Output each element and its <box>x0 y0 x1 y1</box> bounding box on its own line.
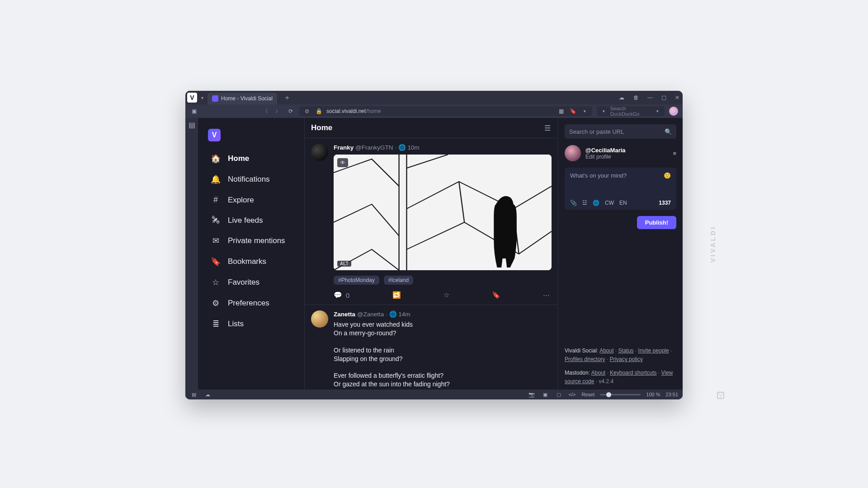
sidebar-item-bookmarks[interactable]: 🔖 Bookmarks <box>208 253 300 270</box>
reply-button[interactable]: 💬 0 <box>334 291 349 299</box>
mastodon-search-field[interactable]: Search or paste URL 🔍 <box>565 124 676 139</box>
publish-button[interactable]: Publish! <box>637 216 676 229</box>
alt-badge[interactable]: ALT <box>337 261 351 267</box>
sidebar-item-label: Favorites <box>228 278 259 287</box>
browser-search-field[interactable]: ▾ Search DuckDuckGo ▾ <box>597 106 665 116</box>
footer-about2-link[interactable]: About <box>591 370 605 376</box>
poll-icon[interactable]: ☳ <box>582 200 587 206</box>
feed-column: Home ☰ Franky @FrankyGTN · 🌐 10m <box>304 118 558 389</box>
compose-placeholder: What's on your mind? <box>570 172 627 179</box>
sync-cloud-icon[interactable]: ☁ <box>618 94 626 102</box>
nav-forward-button[interactable]: 〉 <box>274 107 282 115</box>
vivaldi-menu-button[interactable]: V <box>187 93 197 103</box>
lock-icon: 🔒 <box>315 107 323 115</box>
post-image[interactable]: 👁 ALT <box>334 155 552 270</box>
sidebar-item-label: Explore <box>228 196 254 205</box>
site-info-icon[interactable]: ⊘ <box>303 107 311 115</box>
visibility-icon[interactable]: 🌐 <box>593 200 599 206</box>
vivaldi-menu-chevron-icon[interactable]: ▾ <box>200 95 205 100</box>
new-tab-button[interactable]: ＋ <box>280 93 294 103</box>
toggle-images-icon[interactable]: ▢ <box>555 390 563 399</box>
feed-settings-icon[interactable]: ☰ <box>543 124 552 132</box>
footer-links: Vivaldi Social: About · Status · Invite … <box>565 347 676 386</box>
sidebar-item-preferences[interactable]: ⚙ Preferences <box>208 295 300 311</box>
attach-icon[interactable]: 📎 <box>570 200 577 206</box>
post-header: Zanetta @Zanetta · 🌐 14m <box>334 310 552 318</box>
profile-handle[interactable]: @CeciliaMaria <box>585 147 626 154</box>
avatar[interactable] <box>311 144 328 161</box>
nav-back-button[interactable]: 〈 <box>261 107 269 115</box>
star-icon: ☆ <box>211 277 221 287</box>
hide-media-icon[interactable]: 👁 <box>337 158 348 167</box>
post-header: Franky @FrankyGTN · 🌐 10m <box>334 144 552 151</box>
bookmark-button[interactable]: 🔖 <box>492 291 500 299</box>
qr-icon[interactable]: ▦ <box>557 107 565 115</box>
panel-icon[interactable]: ▤ <box>188 121 196 129</box>
reload-button[interactable]: ⟳ <box>287 107 295 115</box>
sidebar-item-label: Bookmarks <box>228 257 266 266</box>
tiling-icon[interactable]: ▣ <box>541 390 549 399</box>
footer-kbd-link[interactable]: Keyboard shortcuts <box>610 370 656 376</box>
sync-status-icon[interactable]: ☁ <box>203 390 212 399</box>
window-maximize-button[interactable]: ▢ <box>660 94 667 101</box>
app-logo-icon[interactable]: V <box>208 129 221 141</box>
search-engine-chevron-icon[interactable]: ▾ <box>600 107 608 115</box>
hashtag[interactable]: #Iceland <box>384 276 413 285</box>
sidebar-item-label: Live feeds <box>228 216 263 225</box>
compose-menu-icon[interactable]: ≡ <box>673 150 676 157</box>
sidebar-item-favorites[interactable]: ☆ Favorites <box>208 274 300 291</box>
address-bar: ▣ 〈 〉 ⟳ ⊘ 🔒 social.vivaldi.net/home ▦ 🔖 … <box>185 104 683 118</box>
sidebar-item-label: Preferences <box>228 299 269 308</box>
favorite-button[interactable]: ☆ <box>443 291 449 299</box>
emoji-picker-icon[interactable]: 🙂 <box>664 172 671 179</box>
bell-icon: 🔔 <box>211 174 221 184</box>
search-placeholder: Search DuckDuckGo <box>610 106 651 117</box>
more-button[interactable]: ⋯ <box>543 291 550 299</box>
panel-toggle-button[interactable]: ▣ <box>190 107 198 115</box>
footer-version: v4.2.4 <box>599 378 613 385</box>
url-field[interactable]: ⊘ 🔒 social.vivaldi.net/home ▦ 🔖 ▾ <box>299 106 592 116</box>
compose-box[interactable]: What's on your mind? 🙂 📎 ☳ 🌐 CW EN 1337 <box>565 168 676 210</box>
search-placeholder: Search or paste URL <box>569 128 624 135</box>
footer-about-link[interactable]: About <box>599 347 613 354</box>
footer-status-link[interactable]: Status <box>618 347 634 354</box>
sidebar-item-livefeeds[interactable]: 🛰 Live feeds <box>208 212 300 228</box>
search-chevron-icon[interactable]: ▾ <box>654 107 661 115</box>
sidebar-item-mentions[interactable]: ✉ Private mentions <box>208 233 300 249</box>
profile-avatar[interactable] <box>565 145 581 161</box>
zoom-reset-button[interactable]: Reset <box>582 392 595 397</box>
status-clock[interactable]: 23:51 <box>665 392 678 397</box>
url-chevron-icon[interactable]: ▾ <box>580 107 589 115</box>
capture-icon[interactable]: 📷 <box>528 390 536 399</box>
vivaldi-watermark: VIVALDI <box>709 225 717 263</box>
page-actions-icon[interactable]: </> <box>568 390 576 399</box>
profile-avatar-button[interactable] <box>669 107 678 116</box>
sidebar-item-lists[interactable]: ≣ Lists <box>208 316 300 332</box>
panel-status-icon[interactable]: ▤ <box>190 390 198 399</box>
gear-icon: ⚙ <box>211 298 221 308</box>
right-column: Search or paste URL 🔍 @CeciliaMaria Edit… <box>558 118 683 389</box>
language-toggle[interactable]: EN <box>619 200 627 206</box>
bookmark-nav-icon: 🔖 <box>211 257 221 267</box>
window-minimize-button[interactable]: — <box>646 94 654 101</box>
footer-invite-link[interactable]: Invite people <box>638 347 669 354</box>
search-icon: 🔍 <box>665 128 672 135</box>
boost-button[interactable]: 🔁 <box>392 291 401 299</box>
profile-row: @CeciliaMaria Edit profile ≡ <box>565 145 676 161</box>
char-counter: 1337 <box>659 200 671 206</box>
cw-toggle[interactable]: CW <box>605 200 614 206</box>
sidebar-item-home[interactable]: 🏠 Home <box>208 150 300 167</box>
footer-privacy-link[interactable]: Privacy policy <box>609 356 642 362</box>
window-close-button[interactable]: ✕ <box>674 94 681 101</box>
edit-profile-link[interactable]: Edit profile <box>585 154 626 160</box>
trash-icon[interactable]: 🗑 <box>632 94 640 102</box>
status-bar: ▤ ☁ 📷 ▣ ▢ </> Reset 100 % 23:51 <box>185 389 683 399</box>
avatar[interactable] <box>311 310 328 328</box>
zoom-slider[interactable] <box>600 394 641 395</box>
sidebar-item-explore[interactable]: # Explore <box>208 192 300 208</box>
hashtag[interactable]: #PhotoMonday <box>334 276 379 285</box>
footer-profiles-link[interactable]: Profiles directory <box>565 356 605 362</box>
bookmark-icon[interactable]: 🔖 <box>569 107 577 115</box>
sidebar-item-notifications[interactable]: 🔔 Notifications <box>208 171 300 188</box>
browser-tab[interactable]: Home - Vivaldi Social <box>208 93 277 104</box>
